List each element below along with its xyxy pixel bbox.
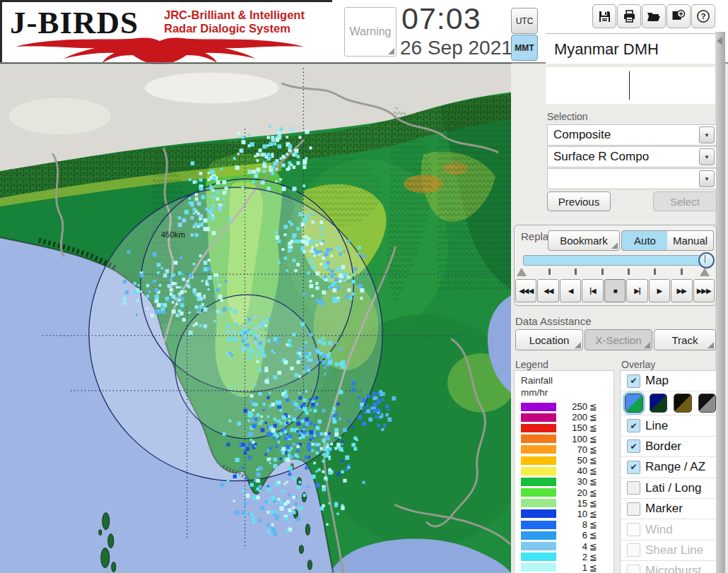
overlay-row-map: ✔Map <box>621 371 716 391</box>
fast-forward-button[interactable]: ▶▶ <box>671 279 692 302</box>
open-folder-button[interactable] <box>642 4 666 28</box>
product-category-dropdown[interactable]: Composite ▼ <box>547 124 717 146</box>
legend-suffix: ≦ <box>589 455 597 466</box>
print-button[interactable] <box>617 4 641 28</box>
legend-color-swatch <box>521 563 556 572</box>
legend-value: 200 <box>556 412 587 423</box>
legend-row: 100≦ <box>515 434 613 444</box>
snapshot-add-button[interactable] <box>667 4 691 28</box>
chevron-down-icon[interactable]: ▼ <box>699 126 715 143</box>
marker-checkbox[interactable] <box>627 502 640 516</box>
map-style-swatch-2[interactable] <box>650 394 668 413</box>
step-back-button[interactable]: |◀ <box>582 279 603 302</box>
product-option-value <box>548 169 698 189</box>
legend-color-swatch <box>521 467 556 475</box>
legend-suffix: ≦ <box>589 552 597 562</box>
panel-collapse-rail[interactable] <box>715 32 725 573</box>
legend-suffix: ≦ <box>589 476 597 487</box>
manual-mode-button[interactable]: Manual <box>667 230 714 251</box>
lati-long-checkbox[interactable] <box>627 481 640 495</box>
map-checkbox[interactable]: ✔ <box>627 374 640 388</box>
stop-button[interactable]: ■ <box>604 279 626 302</box>
snapshot-add-icon <box>671 9 686 23</box>
chevron-down-icon[interactable]: ▼ <box>699 170 715 187</box>
svg-text:?: ? <box>701 12 706 20</box>
product-type-dropdown[interactable]: Surface R Compo ▼ <box>547 146 717 167</box>
range-ring-label: 450km <box>161 230 185 239</box>
legend-suffix: ≦ <box>589 444 597 455</box>
microburst-checkbox <box>627 565 640 573</box>
legend-value: 4 <box>556 541 587 552</box>
timeline-tick <box>548 268 551 275</box>
window-top-edge <box>0 0 332 2</box>
line-checkbox[interactable]: ✔ <box>627 419 640 432</box>
skip-last-button[interactable]: ▶▶▶ <box>693 279 715 302</box>
legend-color-swatch <box>521 403 556 411</box>
legend-value: 8 <box>556 519 587 530</box>
legend-value: 150 <box>556 423 587 433</box>
product-option-dropdown[interactable]: ▼ <box>547 168 717 189</box>
replay-timeline-slider[interactable] <box>523 255 714 266</box>
legend-color-swatch <box>521 531 556 540</box>
warning-button[interactable]: Warning <box>344 7 397 57</box>
bookmark-button[interactable]: Bookmark <box>548 230 620 251</box>
legend-value: 1 <box>556 562 587 573</box>
replay-timeline-handle[interactable] <box>698 252 715 268</box>
data-assistance-track-button[interactable]: Track <box>654 329 716 350</box>
data-assistance-x-section-button[interactable]: X-Section <box>585 329 652 350</box>
button-label: X-Section <box>595 334 641 346</box>
radar-map-view[interactable]: 450km <box>0 64 511 573</box>
map-style-swatch-3[interactable] <box>674 394 692 413</box>
timezone-utc-button[interactable]: UTC <box>511 8 538 34</box>
select-button[interactable]: Select <box>653 191 717 211</box>
play-button[interactable]: ▶ <box>649 279 670 302</box>
legend-suffix: ≦ <box>589 530 597 540</box>
legend-panel: Rainfall mm/hr 250≦200≦150≦100≦70≦50≦40≦… <box>514 370 614 573</box>
radar-map[interactable]: 450km <box>0 64 511 573</box>
legend-value: 100 <box>556 434 587 444</box>
data-assistance-location-button[interactable]: Location <box>515 329 583 350</box>
legend-row: 15≦ <box>515 498 613 509</box>
fast-rewind-button[interactable]: ◀◀ <box>537 279 558 302</box>
legend-color-swatch <box>521 499 556 507</box>
timezone-mmt-button[interactable]: MMT <box>511 35 538 61</box>
chevron-down-icon[interactable]: ▼ <box>699 148 715 165</box>
legend-row: 10≦ <box>515 509 613 519</box>
range-az-checkbox[interactable]: ✔ <box>627 461 640 474</box>
status-box <box>546 67 715 104</box>
legend-suffix: ≦ <box>589 423 597 433</box>
manual-button-label: Manual <box>673 235 708 247</box>
legend-value: 10 <box>556 509 587 519</box>
overlay-row-line: ✔Line <box>621 415 716 435</box>
map-style-swatch-1[interactable] <box>625 394 643 413</box>
legend-title-line2: mm/hr <box>515 386 613 398</box>
overlay-label: Overlay <box>621 359 655 370</box>
timeline-end-marker <box>700 268 710 276</box>
border-checkbox[interactable]: ✔ <box>627 439 640 453</box>
skip-first-button[interactable]: ◀◀◀ <box>515 279 536 302</box>
overlay-row-wind: Wind <box>621 519 716 539</box>
overlay-item-label: Lati / Long <box>645 481 701 495</box>
previous-button[interactable]: Previous <box>547 191 611 211</box>
panel-collapse-arrow-icon[interactable] <box>717 37 722 45</box>
play-reverse-button[interactable]: ◀ <box>560 279 581 302</box>
radar-name: Myanmar DMH <box>546 34 715 59</box>
open-folder-icon <box>647 10 661 23</box>
overlay-item-label: Shear Line <box>645 543 703 557</box>
overlay-item-label: Wind <box>645 523 673 537</box>
legend-suffix: ≦ <box>589 519 597 530</box>
legend-suffix: ≦ <box>589 434 597 444</box>
bookmark-button-label: Bookmark <box>560 235 608 247</box>
legend-row: 50≦ <box>515 455 613 466</box>
auto-mode-button[interactable]: Auto <box>621 230 669 251</box>
timeline-tick <box>575 268 577 275</box>
save-button[interactable] <box>592 4 616 28</box>
radar-name-box: Myanmar DMH <box>546 34 715 64</box>
help-button[interactable]: ? <box>691 4 715 28</box>
legend-value: 250 <box>556 401 587 412</box>
legend-value: 15 <box>556 498 587 509</box>
range-ring-inner <box>175 295 319 439</box>
legend-suffix: ≦ <box>589 401 597 412</box>
map-style-swatch-4[interactable] <box>698 394 717 413</box>
step-forward-button[interactable]: ▶| <box>626 279 647 302</box>
